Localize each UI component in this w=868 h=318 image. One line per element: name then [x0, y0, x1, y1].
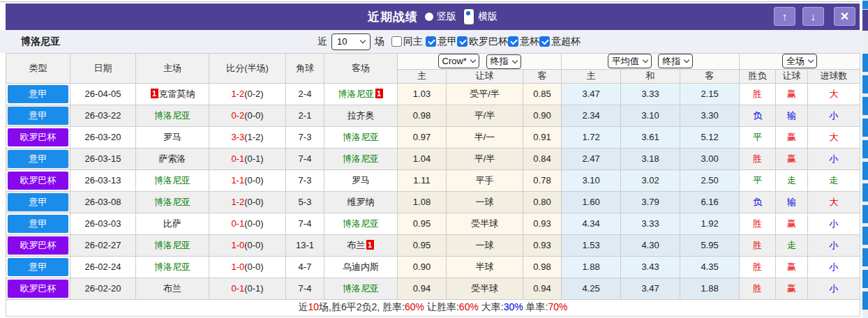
league-cell: 意甲 [6, 191, 70, 213]
strip-block [862, 227, 868, 245]
match-row: 意甲26-03-15萨索洛0-1(0-1)7-4博洛尼亚1.04平/半0.842… [6, 148, 860, 169]
odds-away-cell: 0.84 [523, 148, 562, 169]
results-table: 类型 日期 主场 比分(半场) 角球 客场 Crow* 终指 平均值 终指 全场 [6, 53, 860, 317]
filter-checkbox-意杯[interactable]: 意杯 [508, 36, 539, 48]
home-team-cell: 布兰 [136, 278, 209, 299]
odds-away-cell: 0.90 [523, 105, 562, 126]
checkbox-icon[interactable] [391, 36, 402, 47]
checkbox-icon[interactable] [457, 36, 467, 47]
match-row: 意甲26-03-22博洛尼亚0-2(0-0)2-1拉齐奥0.98平/半0.902… [6, 105, 860, 126]
avg-time-select[interactable]: 终指 [658, 54, 693, 68]
col-header-avg-away: 客 [680, 69, 740, 83]
score-cell: 3-3(1-2) [209, 126, 286, 148]
match-row: 意甲26-02-24博洛尼亚1-0(0-0)4-7乌迪内斯0.90半球0.981… [6, 256, 860, 278]
odds-time-select[interactable]: 终指 [486, 54, 521, 69]
odds-away-cell: 0.98 [523, 256, 562, 278]
checkbox-icon[interactable] [508, 36, 518, 47]
arrow-up-icon: ↑ [782, 10, 788, 22]
match-row: 欧罗巴杯26-03-13博洛尼亚1-1(0-0)7-3罗马1.11平手0.783… [6, 169, 860, 191]
col-header-date: 日期 [70, 54, 136, 84]
summary-segment: 60% [405, 301, 424, 312]
corner-cell: 7-4 [286, 278, 324, 299]
odds-source-select[interactable]: Crow* [438, 54, 479, 68]
radio-vertical-layout[interactable]: 竖版 [425, 10, 456, 23]
avg-source-select[interactable]: 平均值 [608, 54, 652, 68]
filter-checkbox-欧罗巴杯[interactable]: 欧罗巴杯 [457, 36, 508, 48]
checkbox-icon[interactable] [539, 36, 550, 47]
date-cell: 26-03-20 [70, 126, 136, 148]
filter-checkbox-同主[interactable]: 同主 [391, 36, 423, 48]
league-badge: 意甲 [8, 215, 68, 233]
strip-block [862, 75, 868, 93]
strip-block [862, 162, 868, 180]
avg-draw-cell: 3.10 [621, 105, 680, 126]
right-strip [862, 0, 868, 318]
col-header-odds-home: 主 [398, 69, 447, 83]
result-goals-cell: 小 [808, 213, 860, 234]
odds-home-cell: 1.04 [398, 148, 447, 169]
chevron-down-icon [684, 57, 689, 63]
away-team-cell: 拉齐奥 [324, 105, 398, 126]
filter-checkbox-意超杯[interactable]: 意超杯 [539, 36, 581, 48]
titlebar: 近期战绩 竖版 横版 ↑ ↓ ✕ [6, 3, 860, 30]
top-divider [0, 1, 860, 2]
avg-home-cell: 1.72 [562, 126, 621, 148]
date-cell: 26-03-22 [70, 105, 136, 126]
odds-away-cell: 0.80 [523, 191, 562, 213]
strip-block [862, 54, 868, 72]
league-badge: 意甲 [8, 107, 68, 125]
close-button[interactable]: ✕ [834, 7, 855, 26]
odds-home-cell: 0.98 [398, 105, 447, 126]
avg-away-cell: 3.30 [680, 105, 740, 126]
corner-cell: 4-7 [286, 256, 324, 278]
result-wdl-cell: 胜 [740, 148, 776, 169]
col-header-corner: 角球 [286, 54, 324, 84]
summary-segment: 让胜率: [424, 301, 459, 312]
match-count-select[interactable]: 10 [331, 33, 371, 50]
match-row: 意甲26-03-08博洛尼亚1-2(0-0)5-3维罗纳1.08一球0.801.… [6, 191, 860, 213]
league-cell: 意甲 [6, 148, 70, 169]
radio-selected-icon[interactable] [463, 8, 474, 25]
league-cell: 意甲 [6, 83, 70, 105]
summary-segment: 10 [308, 301, 320, 312]
strip-block [862, 248, 868, 266]
avg-home-cell: 3.10 [562, 169, 621, 191]
move-up-button[interactable]: ↑ [774, 7, 795, 26]
col-header-result-goals: 进球数 [808, 69, 860, 83]
team-name: 比萨 [163, 218, 181, 229]
date-cell: 26-02-24 [70, 256, 136, 278]
checkbox-label: 同主 [403, 36, 423, 48]
filter-bar: 博洛尼亚 近 10 场 同主意甲欧罗巴杯意杯意超杯 [0, 30, 862, 53]
radio-horizontal-layout[interactable]: 横版 [463, 8, 497, 25]
result-goals-cell: 大 [808, 126, 860, 148]
checkbox-label: 意杯 [520, 36, 539, 48]
result-goals-cell: 走 [808, 169, 860, 191]
col-header-type: 类型 [6, 54, 70, 84]
checkbox-icon[interactable] [426, 36, 436, 47]
result-goals-cell: 大 [808, 83, 860, 105]
result-wdl-cell: 负 [740, 191, 776, 213]
radio-unselected-icon[interactable] [425, 13, 433, 21]
match-rows: 意甲26-04-051克雷莫纳1-2(0-2)2-4博洛尼亚11.03受平/半0… [6, 83, 860, 299]
col-header-avg-draw: 和 [621, 69, 680, 83]
scope-select[interactable]: 全场 [782, 54, 817, 68]
avg-home-cell: 1.53 [562, 234, 621, 256]
result-handicap-cell: 走 [776, 169, 808, 191]
move-down-button[interactable]: ↓ [802, 7, 824, 26]
recent-results-panel: 近期战绩 竖版 横版 ↑ ↓ ✕ 博洛尼亚 近 10 场 同主意甲欧罗巴杯意杯意 [0, 0, 868, 318]
team-name: 博洛尼亚 [154, 240, 190, 250]
red-card-badge: 1 [375, 89, 383, 98]
league-badge: 意甲 [8, 193, 68, 211]
avg-away-cell: 5.95 [680, 234, 740, 256]
avg-away-cell: 3.00 [680, 148, 740, 169]
away-team-cell: 博洛尼亚 [324, 278, 398, 299]
score-cell: 1-2(0-2) [209, 83, 286, 105]
strip-block [862, 119, 868, 137]
result-handicap-cell: 走 [776, 234, 808, 256]
odds-group-header: Crow* 终指 [398, 54, 562, 70]
filter-checkbox-意甲[interactable]: 意甲 [426, 36, 457, 48]
score-cell: 0-1(0-1) [209, 148, 286, 169]
chevron-down-icon [808, 57, 814, 63]
odds-away-cell: 0.91 [523, 126, 562, 148]
away-team-cell: 乌迪内斯 [324, 256, 398, 278]
